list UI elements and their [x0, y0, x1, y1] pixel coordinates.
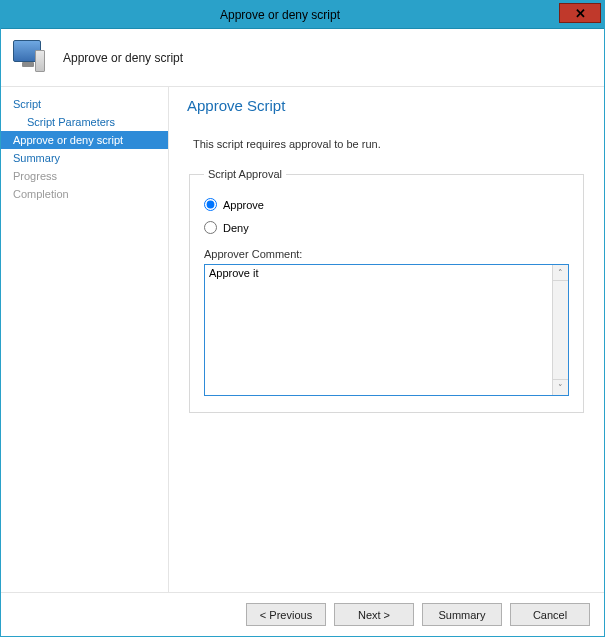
- wizard-step[interactable]: Script Parameters: [1, 113, 168, 131]
- wizard-window: Approve or deny script ✕ Approve or deny…: [0, 0, 605, 637]
- summary-button[interactable]: Summary: [422, 603, 502, 626]
- group-legend: Script Approval: [204, 168, 286, 180]
- scroll-up-icon[interactable]: ˄: [553, 265, 568, 281]
- title-bar: Approve or deny script ✕: [1, 1, 604, 29]
- deny-radio-row[interactable]: Deny: [204, 221, 569, 234]
- close-button[interactable]: ✕: [559, 3, 601, 23]
- wizard-content: Approve Script This script requires appr…: [169, 87, 604, 592]
- script-approval-group: Script Approval Approve Deny Approver Co…: [189, 168, 584, 413]
- wizard-steps-sidebar: ScriptScript ParametersApprove or deny s…: [1, 87, 169, 592]
- wizard-footer: < Previous Next > Summary Cancel: [1, 592, 604, 636]
- wizard-step: Progress: [1, 167, 168, 185]
- close-icon: ✕: [575, 6, 586, 21]
- wizard-step: Completion: [1, 185, 168, 203]
- wizard-header: Approve or deny script: [1, 29, 604, 87]
- wizard-step[interactable]: Summary: [1, 149, 168, 167]
- previous-button[interactable]: < Previous: [246, 603, 326, 626]
- comment-label: Approver Comment:: [204, 248, 569, 260]
- wizard-step[interactable]: Script: [1, 95, 168, 113]
- page-subtext: This script requires approval to be run.: [187, 138, 586, 150]
- approve-label: Approve: [223, 199, 264, 211]
- approve-radio[interactable]: [204, 198, 217, 211]
- cancel-button[interactable]: Cancel: [510, 603, 590, 626]
- comment-field-wrap: ˄ ˅: [204, 264, 569, 396]
- scroll-down-icon[interactable]: ˅: [553, 379, 568, 395]
- next-button[interactable]: Next >: [334, 603, 414, 626]
- comment-scrollbar[interactable]: ˄ ˅: [552, 265, 568, 395]
- window-title: Approve or deny script: [1, 8, 559, 22]
- deny-label: Deny: [223, 222, 249, 234]
- wizard-body: ScriptScript ParametersApprove or deny s…: [1, 87, 604, 592]
- wizard-step[interactable]: Approve or deny script: [1, 131, 168, 149]
- header-title: Approve or deny script: [63, 51, 183, 65]
- approve-radio-row[interactable]: Approve: [204, 198, 569, 211]
- approver-comment-input[interactable]: [205, 265, 552, 395]
- page-heading: Approve Script: [187, 97, 586, 114]
- computer-icon: [11, 38, 51, 78]
- deny-radio[interactable]: [204, 221, 217, 234]
